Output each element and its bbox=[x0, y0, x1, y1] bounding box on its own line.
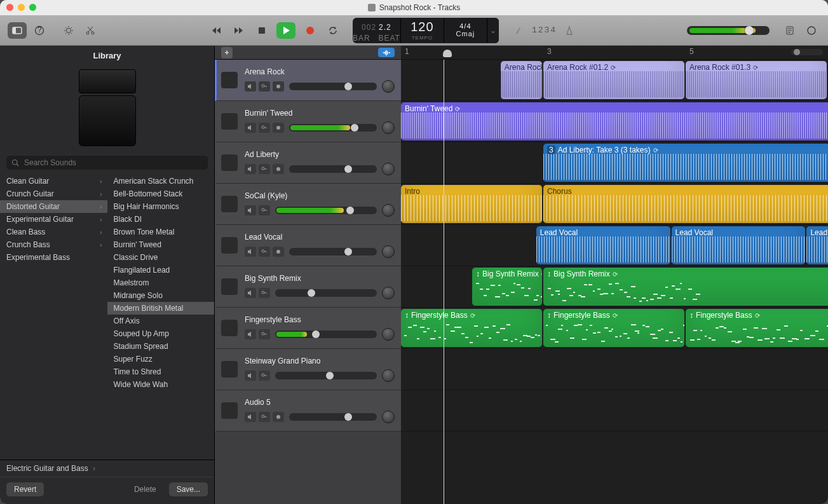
arrange-lane[interactable]: Lead Vocal Lead Vocal Lead bbox=[401, 225, 828, 266]
arrange-lane[interactable] bbox=[401, 349, 828, 390]
volume-slider[interactable] bbox=[289, 83, 377, 90]
library-item[interactable]: Crunch Bass› bbox=[0, 238, 107, 251]
maximize-window-button[interactable] bbox=[29, 4, 36, 11]
mute-button[interactable] bbox=[245, 164, 256, 174]
solo-button[interactable] bbox=[259, 123, 270, 133]
metronome-button[interactable] bbox=[560, 22, 578, 39]
region[interactable]: Lead bbox=[806, 226, 828, 264]
solo-button[interactable] bbox=[259, 412, 270, 422]
solo-button[interactable] bbox=[259, 247, 270, 257]
region[interactable]: ↕ Big Synth Remix bbox=[543, 268, 828, 306]
arrange-lane[interactable]: Arena Rock Arena Rock #01.2 Arena Rock #… bbox=[401, 60, 828, 101]
rec-button[interactable] bbox=[273, 164, 284, 174]
region[interactable]: Chorus bbox=[543, 185, 828, 223]
master-track-toggle[interactable] bbox=[378, 48, 395, 57]
arrange-lane[interactable]: Intro Chorus bbox=[401, 184, 828, 225]
region[interactable]: Intro bbox=[401, 185, 542, 223]
pan-knob[interactable] bbox=[382, 121, 395, 134]
delete-button[interactable]: Delete bbox=[126, 482, 164, 496]
region[interactable]: 3 Ad Liberty: Take 3 (3 takes) bbox=[543, 144, 828, 182]
volume-slider[interactable] bbox=[289, 124, 377, 132]
pan-knob[interactable] bbox=[382, 245, 395, 258]
library-item[interactable]: Super Fuzz bbox=[107, 353, 215, 365]
pan-knob[interactable] bbox=[382, 80, 395, 93]
track-header[interactable]: Lead Vocal bbox=[215, 225, 401, 266]
solo-button[interactable] bbox=[259, 288, 270, 298]
tuner-button[interactable] bbox=[510, 22, 528, 39]
track-header[interactable]: Burnin' Tweed bbox=[215, 101, 401, 142]
horizontal-zoom-slider[interactable] bbox=[791, 49, 823, 55]
region[interactable]: ↕ Big Synth Remix bbox=[472, 268, 542, 306]
library-item[interactable]: Experimental Bass bbox=[0, 251, 107, 264]
scissors-button[interactable] bbox=[81, 22, 99, 39]
track-header[interactable]: Ad Liberty bbox=[215, 142, 401, 184]
loops-browser-button[interactable] bbox=[803, 22, 820, 39]
region[interactable]: ↕ Fingerstyle Bass bbox=[401, 309, 542, 347]
volume-slider[interactable] bbox=[275, 289, 377, 297]
rec-button[interactable] bbox=[273, 81, 284, 92]
rec-button[interactable] bbox=[273, 123, 284, 133]
region[interactable]: Lead Vocal bbox=[672, 226, 806, 264]
region[interactable]: Lead Vocal bbox=[536, 226, 670, 264]
library-toggle-button[interactable] bbox=[8, 22, 27, 39]
stop-button[interactable] bbox=[254, 22, 270, 39]
library-item[interactable]: Distorted Guitar› bbox=[0, 200, 107, 213]
library-item[interactable]: Crunch Guitar› bbox=[0, 187, 107, 200]
lcd-display[interactable]: 0022.2 BAR BEAT 120 TEMPO 4/4 Cmaj ⌄ bbox=[353, 18, 499, 43]
pan-knob[interactable] bbox=[382, 204, 395, 217]
volume-slider[interactable] bbox=[275, 207, 377, 214]
track-header[interactable]: Steinway Grand Piano bbox=[215, 349, 401, 390]
arrange-lane[interactable]: ↕ Big Synth Remix ↕ Big Synth Remix bbox=[401, 266, 828, 308]
library-column-1[interactable]: Clean Guitar›Crunch Guitar›Distorted Gui… bbox=[0, 174, 107, 460]
library-item[interactable]: Flangilated Lead bbox=[107, 264, 215, 276]
library-item[interactable]: Modern British Metal bbox=[107, 302, 215, 315]
mute-button[interactable] bbox=[245, 123, 256, 133]
add-track-button[interactable]: + bbox=[221, 47, 233, 58]
count-in-display[interactable]: 1234 bbox=[532, 25, 557, 35]
mute-button[interactable] bbox=[245, 329, 256, 339]
volume-slider[interactable] bbox=[289, 165, 377, 173]
library-item[interactable]: American Stack Crunch bbox=[107, 175, 215, 187]
mute-button[interactable] bbox=[245, 288, 256, 298]
library-item[interactable]: Brown Tone Metal bbox=[107, 226, 215, 238]
solo-button[interactable] bbox=[259, 329, 270, 339]
library-item[interactable]: Off Axis bbox=[107, 315, 215, 327]
arrange-area[interactable]: Arena Rock Arena Rock #01.2 Arena Rock #… bbox=[401, 60, 828, 504]
revert-button[interactable]: Revert bbox=[6, 482, 44, 496]
minimize-window-button[interactable] bbox=[18, 4, 25, 11]
smart-controls-button[interactable] bbox=[60, 22, 78, 39]
volume-slider[interactable] bbox=[289, 248, 377, 255]
library-item[interactable]: Wide Wide Wah bbox=[107, 378, 215, 391]
solo-button[interactable] bbox=[259, 164, 270, 174]
quick-help-button[interactable]: ? bbox=[31, 22, 48, 39]
arrange-lane[interactable]: Burnin' Tweed bbox=[401, 101, 828, 142]
pan-knob[interactable] bbox=[382, 328, 395, 341]
timeline-ruler[interactable]: 1357911 bbox=[401, 46, 828, 59]
region[interactable]: Burnin' Tweed bbox=[401, 102, 828, 140]
region[interactable]: ↕ Fingerstyle Bass bbox=[686, 309, 828, 347]
library-item[interactable]: Clean Guitar› bbox=[0, 175, 107, 187]
track-header[interactable]: SoCal (Kyle) bbox=[215, 184, 401, 225]
library-column-2[interactable]: American Stack CrunchBell-Bottomed Stack… bbox=[107, 174, 215, 460]
library-item[interactable]: Time to Shred bbox=[107, 365, 215, 378]
library-item[interactable]: Big Hair Harmonics bbox=[107, 200, 215, 213]
library-item[interactable]: Bell-Bottomed Stack bbox=[107, 187, 215, 200]
volume-slider[interactable] bbox=[275, 372, 377, 379]
region[interactable]: Arena Rock #01.3 bbox=[686, 61, 827, 99]
library-item[interactable]: Midrange Solo bbox=[107, 289, 215, 302]
solo-button[interactable] bbox=[259, 81, 270, 92]
library-item[interactable]: Black DI bbox=[107, 213, 215, 226]
library-breadcrumb[interactable]: Electric Guitar and Bass › bbox=[0, 460, 214, 477]
rec-button[interactable] bbox=[273, 247, 284, 257]
pan-knob[interactable] bbox=[382, 287, 395, 299]
arrange-lane[interactable]: ↕ Fingerstyle Bass ↕ Fingerstyle Bass ↕ … bbox=[401, 308, 828, 349]
play-button[interactable] bbox=[276, 22, 295, 39]
mute-button[interactable] bbox=[245, 81, 256, 92]
track-header[interactable]: Audio 5 bbox=[215, 390, 401, 432]
playhead-line[interactable] bbox=[444, 60, 444, 504]
library-item[interactable]: Burnin' Tweed bbox=[107, 238, 215, 251]
library-item[interactable]: Stadium Spread bbox=[107, 340, 215, 353]
region[interactable]: Arena Rock #01.2 bbox=[543, 61, 684, 99]
library-item[interactable]: Experimental Guitar› bbox=[0, 213, 107, 226]
region[interactable]: ↕ Fingerstyle Bass bbox=[543, 309, 684, 347]
